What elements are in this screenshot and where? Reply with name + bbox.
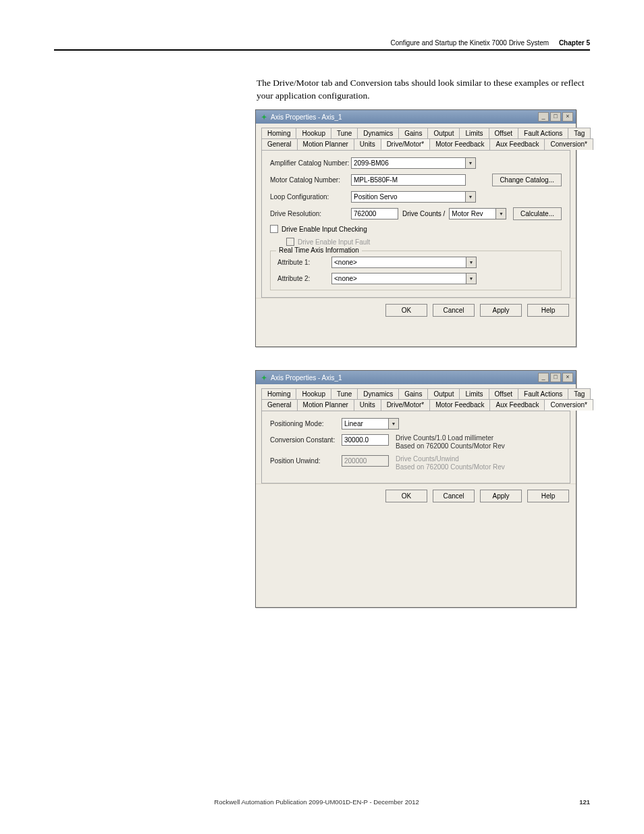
chevron-down-icon[interactable]: ▼	[466, 191, 476, 203]
tab-limits[interactable]: Limits	[459, 128, 489, 138]
chevron-down-icon[interactable]: ▼	[466, 157, 476, 169]
tab-motion-planner[interactable]: Motion Planner	[297, 399, 354, 411]
publication-id: Rockwell Automation Publication 2099-UM0…	[214, 798, 419, 806]
tab-motor-feedback[interactable]: Motor Feedback	[429, 138, 490, 150]
tab-units[interactable]: Units	[354, 399, 381, 411]
window-title: Axis Properties - Axis_1	[271, 113, 342, 121]
cancel-button[interactable]: Cancel	[433, 304, 475, 317]
tab-tag[interactable]: Tag	[568, 388, 591, 399]
tab-offset[interactable]: Offset	[489, 128, 519, 138]
maximize-icon[interactable]: □	[550, 112, 561, 122]
ok-button[interactable]: OK	[385, 490, 427, 502]
drive-motor-panel: Amplifier Catalog Number: ▼ Motor Catalo…	[261, 150, 570, 298]
page-header: Configure and Startup the Kinetix 7000 D…	[54, 39, 590, 51]
amplifier-catalog-input[interactable]	[351, 157, 466, 169]
motor-catalog-input[interactable]	[351, 174, 466, 186]
titlebar: ✦ Axis Properties - Axis_1 _ □ ×	[256, 371, 576, 384]
amplifier-catalog-label: Amplifier Catalog Number:	[270, 159, 351, 167]
tab-aux-feedback[interactable]: Aux Feedback	[489, 138, 545, 150]
chevron-down-icon[interactable]: ▼	[466, 273, 477, 284]
chapter-label: Chapter 5	[559, 39, 590, 47]
axis-properties-dialog-drive-motor: ✦ Axis Properties - Axis_1 _ □ × Homing …	[255, 109, 576, 347]
attribute-2-input[interactable]	[331, 273, 466, 284]
tab-general[interactable]: General	[261, 399, 298, 411]
tab-dynamics[interactable]: Dynamics	[357, 128, 399, 138]
tab-drive-motor[interactable]: Drive/Motor*	[381, 399, 431, 411]
ok-button[interactable]: OK	[385, 304, 427, 317]
calculate-button[interactable]: Calculate...	[513, 207, 562, 220]
conv-hint-1: Drive Counts/1.0 Load millimeter	[396, 434, 493, 442]
conversion-constant-label: Conversion Constant:	[270, 434, 342, 444]
tab-homing[interactable]: Homing	[261, 388, 296, 399]
enable-input-fault-checkbox	[286, 238, 294, 246]
tab-conversion[interactable]: Conversion*	[544, 399, 593, 411]
maximize-icon[interactable]: □	[550, 373, 561, 382]
enable-input-checking-checkbox[interactable]	[270, 225, 278, 233]
tab-units[interactable]: Units	[354, 138, 381, 150]
attribute-1-label: Attribute 1:	[277, 259, 331, 266]
tab-hookup[interactable]: Hookup	[296, 128, 331, 138]
apply-button[interactable]: Apply	[480, 304, 522, 317]
tab-tune[interactable]: Tune	[331, 388, 358, 399]
tab-gains[interactable]: Gains	[398, 128, 428, 138]
drive-counts-label: Drive Counts /	[402, 210, 445, 217]
tab-gains[interactable]: Gains	[398, 388, 428, 399]
tab-aux-feedback[interactable]: Aux Feedback	[489, 399, 545, 411]
page-number: 121	[579, 798, 590, 806]
tab-offset[interactable]: Offset	[489, 388, 519, 399]
tab-motor-feedback[interactable]: Motor Feedback	[429, 399, 490, 411]
real-time-axis-legend: Real Time Axis Information	[276, 246, 362, 254]
help-button[interactable]: Help	[527, 304, 569, 317]
chevron-down-icon[interactable]: ▼	[496, 208, 506, 219]
attribute-2-label: Attribute 2:	[277, 275, 331, 282]
tab-hookup[interactable]: Hookup	[296, 388, 331, 399]
tab-limits[interactable]: Limits	[459, 388, 489, 399]
tab-homing[interactable]: Homing	[261, 128, 296, 138]
axis-icon: ✦	[260, 113, 268, 121]
tab-motion-planner[interactable]: Motion Planner	[297, 138, 354, 150]
window-title: Axis Properties - Axis_1	[271, 374, 342, 382]
close-icon[interactable]: ×	[562, 112, 573, 122]
axis-icon: ✦	[260, 373, 268, 382]
help-button[interactable]: Help	[527, 490, 569, 502]
titlebar: ✦ Axis Properties - Axis_1 _ □ ×	[256, 110, 576, 124]
tab-fault-actions[interactable]: Fault Actions	[518, 388, 568, 399]
position-unwind-input	[342, 455, 389, 467]
attribute-1-input[interactable]	[331, 257, 466, 268]
conversion-constant-input[interactable]	[342, 434, 389, 446]
tab-dynamics[interactable]: Dynamics	[357, 388, 399, 399]
minimize-icon[interactable]: _	[538, 112, 549, 122]
positioning-mode-label: Positioning Mode:	[270, 420, 342, 427]
minimize-icon[interactable]: _	[538, 373, 549, 382]
tab-tune[interactable]: Tune	[331, 128, 358, 138]
conv-hint-2: Based on 762000 Counts/Motor Rev	[396, 442, 505, 450]
drive-resolution-input[interactable]	[351, 208, 398, 219]
tab-output[interactable]: Output	[427, 128, 460, 138]
tab-drive-motor[interactable]: Drive/Motor*	[381, 138, 431, 150]
conversion-panel: Positioning Mode: ▼ Conversion Constant:…	[261, 411, 570, 484]
tab-row-lower: General Motion Planner Units Drive/Motor…	[261, 399, 570, 411]
tab-output[interactable]: Output	[427, 388, 460, 399]
motor-catalog-label: Motor Catalog Number:	[270, 176, 351, 184]
positioning-mode-input[interactable]	[342, 418, 389, 429]
intro-paragraph: The Drive/Motor tab and Conversion tabs …	[257, 77, 590, 103]
apply-button[interactable]: Apply	[480, 490, 522, 502]
chevron-down-icon[interactable]: ▼	[389, 418, 399, 429]
tab-conversion[interactable]: Conversion*	[544, 138, 593, 150]
axis-properties-dialog-conversion: ✦ Axis Properties - Axis_1 _ □ × Homing …	[255, 370, 576, 608]
loop-config-input[interactable]	[351, 191, 466, 203]
enable-input-fault-label: Drive Enable Input Fault	[298, 238, 370, 246]
real-time-axis-group: Real Time Axis Information Attribute 1: …	[270, 251, 562, 290]
cancel-button[interactable]: Cancel	[433, 490, 475, 502]
unwind-hint-2: Based on 762000 Counts/Motor Rev	[396, 463, 505, 471]
tab-row-lower: General Motion Planner Units Drive/Motor…	[261, 138, 570, 150]
drive-resolution-unit[interactable]	[449, 208, 496, 219]
tab-tag[interactable]: Tag	[568, 128, 591, 138]
tab-general[interactable]: General	[261, 138, 298, 150]
chevron-down-icon[interactable]: ▼	[466, 257, 477, 268]
position-unwind-label: Position Unwind:	[270, 455, 342, 465]
loop-config-label: Loop Configuration:	[270, 193, 351, 201]
tab-fault-actions[interactable]: Fault Actions	[518, 128, 568, 138]
change-catalog-button[interactable]: Change Catalog...	[492, 174, 562, 186]
close-icon[interactable]: ×	[562, 373, 573, 382]
